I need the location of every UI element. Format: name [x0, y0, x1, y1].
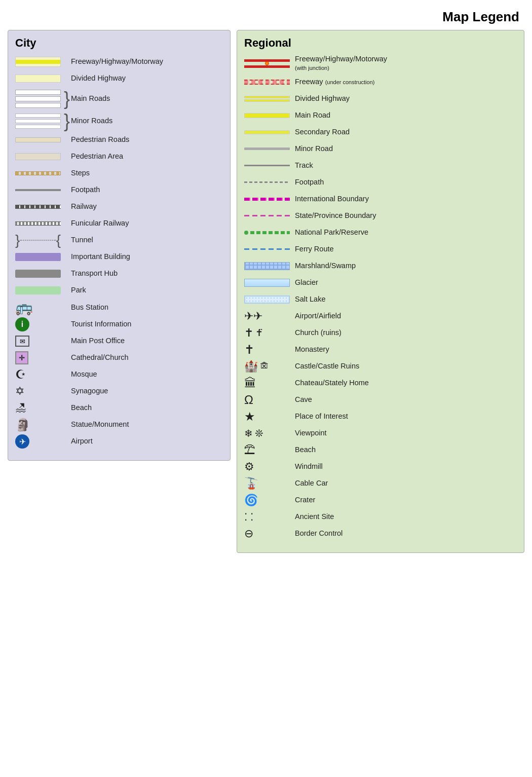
- reg-ferry-symbol: [244, 248, 295, 250]
- reg-marsh-label: Marshland/Swamp: [295, 262, 517, 270]
- cathedral-symbol: ✛: [15, 351, 71, 364]
- important-building-symbol: [15, 253, 71, 261]
- list-item: Divided Highway: [244, 92, 517, 106]
- reg-footpath-symbol: [244, 181, 295, 183]
- list-item: State/Province Boundary: [244, 209, 517, 223]
- list-item: International Boundary: [244, 192, 517, 206]
- cathedral-label: Cathedral/Church: [71, 353, 223, 362]
- reg-minor-symbol: [244, 147, 295, 150]
- reg-cave-label: Cave: [295, 395, 517, 404]
- list-item: ✝ Monastery: [244, 343, 517, 357]
- freeway-symbol: [15, 57, 71, 67]
- reg-marsh-symbol: [244, 262, 295, 270]
- list-item: Pedestrian Roads: [15, 133, 223, 147]
- list-item: Steps: [15, 166, 223, 180]
- reg-freeway-const-label: Freeway (under construction): [295, 78, 517, 86]
- reg-glacier-label: Glacier: [295, 278, 517, 287]
- list-item: Important Building: [15, 250, 223, 264]
- legend-columns: City Freeway/Highway/Motorway Divided Hi…: [8, 30, 524, 553]
- beach-city-label: Beach: [71, 403, 223, 412]
- list-item: ☪ Mosque: [15, 367, 223, 382]
- page: Map Legend City Freeway/Highway/Motorway…: [0, 0, 532, 563]
- list-item: Ferry Route: [244, 242, 517, 256]
- list-item: Freeway/Highway/Motorway: [15, 55, 223, 69]
- reg-cave-symbol: Ω: [244, 393, 295, 407]
- reg-freeway-symbol: [244, 59, 295, 68]
- reg-border-label: Border Control: [295, 529, 517, 538]
- list-item: Footpath: [244, 175, 517, 190]
- reg-minor-label: Minor Road: [295, 144, 517, 153]
- list-item: Divided Highway: [15, 71, 223, 86]
- statue-symbol: 🗿: [15, 419, 71, 431]
- reg-church-label: Church (ruins): [295, 328, 517, 337]
- pedestrian-roads-label: Pedestrian Roads: [71, 135, 223, 144]
- reg-windmill-symbol: ⚙: [244, 460, 295, 473]
- reg-divided-symbol: [244, 96, 295, 102]
- post-office-symbol: ✉: [15, 336, 71, 347]
- list-item: ✛ Cathedral/Church: [15, 351, 223, 365]
- reg-cablecar-symbol: 🚡: [244, 477, 295, 490]
- list-item: Marshland/Swamp: [244, 259, 517, 273]
- city-heading: City: [15, 36, 223, 50]
- tourist-info-symbol: i: [15, 317, 71, 331]
- statue-label: Statue/Monument: [71, 420, 223, 429]
- reg-viewpoint-symbol: ❄ ❊: [244, 427, 295, 439]
- page-title: Map Legend: [8, 5, 524, 30]
- list-item: 🗿 Statue/Monument: [15, 418, 223, 432]
- tourist-info-label: Tourist Information: [71, 320, 223, 328]
- reg-freeway-const-symbol: [244, 80, 295, 85]
- reg-natpark-symbol: [244, 231, 295, 235]
- reg-ancient-symbol: ⁚ ⁚: [244, 511, 295, 523]
- reg-saltlake-symbol: [244, 295, 295, 304]
- list-item: Minor Road: [244, 142, 517, 156]
- reg-monastery-symbol: ✝: [244, 343, 295, 357]
- pedestrian-area-label: Pedestrian Area: [71, 152, 223, 161]
- minor-roads-label: Minor Roads: [71, 117, 223, 125]
- mosque-symbol: ☪: [15, 368, 71, 381]
- reg-beach-label: Beach: [295, 446, 517, 454]
- steps-symbol: [15, 171, 71, 175]
- reg-state-boundary-symbol: [244, 215, 295, 216]
- list-item: ⁚ ⁚ Ancient Site: [244, 510, 517, 524]
- bus-station-symbol: 🚌: [15, 301, 71, 315]
- city-column: City Freeway/Highway/Motorway Divided Hi…: [8, 30, 231, 461]
- divided-highway-symbol: [15, 75, 71, 83]
- reg-track-label: Track: [295, 161, 517, 170]
- synagogue-label: Synagogue: [71, 387, 223, 395]
- reg-ancient-label: Ancient Site: [295, 512, 517, 521]
- reg-saltlake-label: Salt Lake: [295, 295, 517, 304]
- reg-airport-symbol: ✈✈: [244, 310, 295, 323]
- beach-city-symbol: 🏖: [15, 402, 71, 414]
- reg-secondary-symbol: [244, 130, 295, 134]
- reg-natpark-label: National Park/Reserve: [295, 228, 517, 237]
- reg-intl-boundary-symbol: [244, 198, 295, 201]
- list-item: Footpath: [15, 183, 223, 197]
- pedestrian-roads-symbol: [15, 137, 71, 142]
- main-roads-label: Main Roads: [71, 94, 223, 103]
- list-item: 🏰 🏚 Castle/Castle Ruins: [244, 359, 517, 374]
- list-item: 🚌 Bus Station: [15, 301, 223, 315]
- list-item: 🌀 Crater: [244, 493, 517, 507]
- important-building-label: Important Building: [71, 252, 223, 261]
- reg-main-label: Main Road: [295, 111, 517, 120]
- regional-column: Regional Freeway/Highway/Motorway(with j…: [237, 30, 524, 553]
- reg-interest-symbol: ★: [244, 410, 295, 424]
- list-item: Pedestrian Area: [15, 150, 223, 164]
- list-item: ❄ ❊ Viewpoint: [244, 426, 517, 440]
- reg-divided-label: Divided Highway: [295, 94, 517, 103]
- reg-castle-label: Castle/Castle Ruins: [295, 362, 517, 371]
- list-item: ⛱ Beach: [244, 443, 517, 457]
- funicular-label: Funicular Railway: [71, 219, 223, 228]
- list-item: Ω Cave: [244, 393, 517, 407]
- steps-label: Steps: [71, 169, 223, 177]
- reg-church-symbol: ✝ ✝̈: [244, 326, 295, 340]
- reg-crater-label: Crater: [295, 496, 517, 504]
- reg-state-boundary-label: State/Province Boundary: [295, 211, 517, 220]
- pedestrian-area-symbol: [15, 153, 71, 160]
- reg-airport-label: Airport/Airfield: [295, 312, 517, 320]
- reg-beach-symbol: ⛱: [244, 443, 295, 457]
- bus-station-label: Bus Station: [71, 303, 223, 312]
- list-item: Secondary Road: [244, 125, 517, 139]
- list-item: Freeway/Highway/Motorway(with junction): [244, 55, 517, 72]
- reg-castle-symbol: 🏰 🏚: [244, 360, 295, 373]
